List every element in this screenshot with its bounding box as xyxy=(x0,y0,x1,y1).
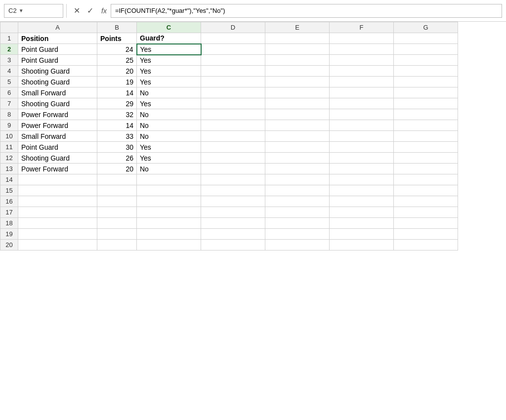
cell-3-A[interactable]: Point Guard xyxy=(18,55,97,66)
cell-16-F[interactable] xyxy=(330,196,394,207)
cell-2-C[interactable]: Yes xyxy=(137,44,201,55)
cell-20-A[interactable] xyxy=(18,240,97,251)
row-header-4[interactable]: 4 xyxy=(0,66,18,77)
cell-19-D[interactable] xyxy=(201,229,265,240)
cell-8-A[interactable]: Power Forward xyxy=(18,109,97,120)
cell-9-E[interactable] xyxy=(265,120,330,131)
cell-19-G[interactable] xyxy=(394,229,458,240)
cell-12-B[interactable]: 26 xyxy=(97,153,137,164)
cell-10-C[interactable]: No xyxy=(137,131,201,142)
cell-16-G[interactable] xyxy=(394,196,458,207)
cell-10-B[interactable]: 33 xyxy=(97,131,137,142)
row-header-5[interactable]: 5 xyxy=(0,77,18,87)
row-header-11[interactable]: 11 xyxy=(0,142,18,153)
cell-11-F[interactable] xyxy=(330,142,394,153)
cell-2-G[interactable] xyxy=(394,44,458,55)
cell-15-A[interactable] xyxy=(18,185,97,196)
cell-6-G[interactable] xyxy=(394,87,458,98)
cell-8-B[interactable]: 32 xyxy=(97,109,137,120)
cell-7-A[interactable]: Shooting Guard xyxy=(18,98,97,109)
row-header-16[interactable]: 16 xyxy=(0,196,18,207)
cell-1-C[interactable]: Guard? xyxy=(137,33,201,44)
cell-11-D[interactable] xyxy=(201,142,265,153)
cell-7-E[interactable] xyxy=(265,98,330,109)
cell-10-G[interactable] xyxy=(394,131,458,142)
col-header-a[interactable]: A xyxy=(18,22,97,33)
row-header-8[interactable]: 8 xyxy=(0,109,18,120)
row-header-7[interactable]: 7 xyxy=(0,98,18,109)
col-header-b[interactable]: B xyxy=(97,22,137,33)
cell-4-A[interactable]: Shooting Guard xyxy=(18,66,97,77)
cell-4-C[interactable]: Yes xyxy=(137,66,201,77)
cell-17-B[interactable] xyxy=(97,207,137,218)
cell-17-E[interactable] xyxy=(265,207,330,218)
cell-5-D[interactable] xyxy=(201,77,265,87)
cell-14-F[interactable] xyxy=(330,174,394,185)
cell-6-E[interactable] xyxy=(265,87,330,98)
cell-20-C[interactable] xyxy=(137,240,201,251)
cell-3-D[interactable] xyxy=(201,55,265,66)
cell-14-C[interactable] xyxy=(137,174,201,185)
cell-4-G[interactable] xyxy=(394,66,458,77)
cell-2-E[interactable] xyxy=(265,44,330,55)
cell-1-A[interactable]: Position xyxy=(18,33,97,44)
row-header-19[interactable]: 19 xyxy=(0,229,18,240)
cell-19-C[interactable] xyxy=(137,229,201,240)
cell-8-G[interactable] xyxy=(394,109,458,120)
cell-1-E[interactable] xyxy=(265,33,330,44)
row-header-1[interactable]: 1 xyxy=(0,33,18,44)
cell-4-E[interactable] xyxy=(265,66,330,77)
cell-5-B[interactable]: 19 xyxy=(97,77,137,87)
cell-7-B[interactable]: 29 xyxy=(97,98,137,109)
cell-13-A[interactable]: Power Forward xyxy=(18,164,97,174)
col-header-f[interactable]: F xyxy=(330,22,394,33)
cell-4-F[interactable] xyxy=(330,66,394,77)
cell-11-G[interactable] xyxy=(394,142,458,153)
cell-20-G[interactable] xyxy=(394,240,458,251)
row-header-9[interactable]: 9 xyxy=(0,120,18,131)
cell-5-A[interactable]: Shooting Guard xyxy=(18,77,97,87)
cell-12-C[interactable]: Yes xyxy=(137,153,201,164)
cell-2-F[interactable] xyxy=(330,44,394,55)
cell-5-E[interactable] xyxy=(265,77,330,87)
cell-4-B[interactable]: 20 xyxy=(97,66,137,77)
cell-12-G[interactable] xyxy=(394,153,458,164)
cell-10-E[interactable] xyxy=(265,131,330,142)
cell-8-E[interactable] xyxy=(265,109,330,120)
cell-6-F[interactable] xyxy=(330,87,394,98)
cell-3-C[interactable]: Yes xyxy=(137,55,201,66)
cell-15-C[interactable] xyxy=(137,185,201,196)
cell-5-G[interactable] xyxy=(394,77,458,87)
cell-20-B[interactable] xyxy=(97,240,137,251)
cell-19-B[interactable] xyxy=(97,229,137,240)
col-header-c[interactable]: C xyxy=(137,22,201,33)
cell-16-E[interactable] xyxy=(265,196,330,207)
row-header-10[interactable]: 10 xyxy=(0,131,18,142)
cell-2-A[interactable]: Point Guard xyxy=(18,44,97,55)
cell-17-F[interactable] xyxy=(330,207,394,218)
cell-11-A[interactable]: Point Guard xyxy=(18,142,97,153)
cell-3-F[interactable] xyxy=(330,55,394,66)
cell-12-A[interactable]: Shooting Guard xyxy=(18,153,97,164)
row-header-3[interactable]: 3 xyxy=(0,55,18,66)
cell-3-B[interactable]: 25 xyxy=(97,55,137,66)
confirm-icon[interactable]: ✓ xyxy=(85,5,95,16)
cell-12-E[interactable] xyxy=(265,153,330,164)
cell-1-F[interactable] xyxy=(330,33,394,44)
cell-14-B[interactable] xyxy=(97,174,137,185)
cell-11-B[interactable]: 30 xyxy=(97,142,137,153)
col-header-g[interactable]: G xyxy=(394,22,458,33)
cell-13-D[interactable] xyxy=(201,164,265,174)
cancel-icon[interactable]: ✕ xyxy=(72,5,82,16)
cell-7-D[interactable] xyxy=(201,98,265,109)
cell-1-D[interactable] xyxy=(201,33,265,44)
cell-15-D[interactable] xyxy=(201,185,265,196)
cell-10-D[interactable] xyxy=(201,131,265,142)
cell-10-F[interactable] xyxy=(330,131,394,142)
row-header-12[interactable]: 12 xyxy=(0,153,18,164)
cell-15-E[interactable] xyxy=(265,185,330,196)
cell-9-D[interactable] xyxy=(201,120,265,131)
cell-18-B[interactable] xyxy=(97,218,137,229)
cell-3-E[interactable] xyxy=(265,55,330,66)
cell-18-A[interactable] xyxy=(18,218,97,229)
